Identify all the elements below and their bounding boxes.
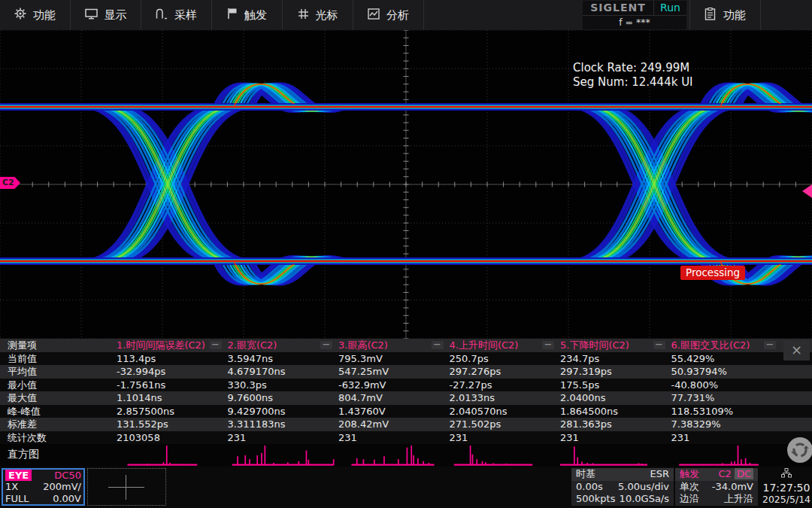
trigger-title: 触发 xyxy=(680,468,699,481)
measurement-value: 3.311183ns xyxy=(228,418,286,431)
measurement-value-cell: 208.42mV xyxy=(338,418,450,431)
remove-measurement-button[interactable]: − xyxy=(210,341,222,349)
measurement-value-cell: 297.319ps xyxy=(560,365,671,379)
remove-measurement-button[interactable]: − xyxy=(764,341,776,349)
measurement-value-cell: 2.0400ns xyxy=(560,391,671,405)
channel-descriptor-eye[interactable]: EYE DC50 1X 200mV/ FULL 0.00V xyxy=(2,468,85,506)
clock-recovery-readout: Clock Rate: 249.99M Seg Num: 12.444k UI xyxy=(573,61,693,89)
acquire-icon xyxy=(156,8,168,23)
measurement-value: 330.3ps xyxy=(228,379,267,392)
close-measurements-button[interactable]: × xyxy=(783,340,810,360)
measurement-value-cell: 175.5ps xyxy=(560,379,671,392)
measurement-value: 77.731% xyxy=(671,391,715,405)
measurement-row-label: 标准差 xyxy=(0,418,117,431)
measurement-value-cell: 234.7ps xyxy=(560,352,671,366)
measurement-value: 7.38329% xyxy=(671,418,721,431)
trigger-flag-icon xyxy=(227,8,238,23)
measurement-value-cell: 50.93794% xyxy=(671,365,783,379)
measurement-value: -40.800% xyxy=(671,379,719,392)
menu-item-2[interactable]: 显示 xyxy=(71,0,141,30)
clipboard-icon xyxy=(704,8,716,23)
measurement-row: 最大值1.1014ns9.7600ns804.7mV2.0133ns2.0400… xyxy=(0,391,812,405)
measurement-value-cell: -40.800% xyxy=(671,379,783,392)
trigger-type: 边沿 xyxy=(680,493,699,506)
histogram-label: 直方图 xyxy=(8,448,39,461)
timebase-panel[interactable]: 时基 ESR 0.00s 5.00us/div 500kpts 10.0GSa/… xyxy=(571,468,674,506)
measurement-column-header[interactable]: 4.上升时间(C2)− xyxy=(450,339,561,352)
clock-panel: 17:27:50 2025/5/14 xyxy=(761,467,812,508)
cursor-icon xyxy=(298,8,309,23)
remove-measurement-button[interactable]: − xyxy=(542,341,554,349)
measurement-histogram xyxy=(450,444,559,467)
measurement-value-cell: 281.363ps xyxy=(560,418,671,431)
channel-probe: 1X xyxy=(5,481,18,492)
measurement-value: 175.5ps xyxy=(560,379,599,392)
waveform-display: Clock Rate: 249.99M Seg Num: 12.444k UI … xyxy=(0,30,812,339)
measurement-column-header[interactable]: 2.眼宽(C2)− xyxy=(228,339,339,352)
measurement-value-cell: 231 xyxy=(338,431,450,445)
measurement-value-cell: 804.7mV xyxy=(338,391,450,405)
measurement-column-header[interactable]: 6.眼图交叉比(C2)− xyxy=(671,339,783,352)
trigger-panel[interactable]: 触发 C2DC 单次 -34.0mV 边沿 上升沿 xyxy=(675,468,758,506)
trigger-level-marker[interactable] xyxy=(802,184,812,198)
analysis-icon xyxy=(368,8,380,23)
menu-item-3[interactable]: 采样 xyxy=(141,0,212,30)
measurement-value: 2.040570ns xyxy=(450,405,508,418)
trigger-slope: 上升沿 xyxy=(724,493,753,506)
timebase-samplerate: 10.0GSa/s xyxy=(620,493,669,506)
time-display: 17:27:50 xyxy=(761,482,812,494)
measurement-column-header[interactable]: 3.眼高(C2)− xyxy=(338,339,450,352)
menu-item-label: 采样 xyxy=(174,8,197,23)
remove-measurement-button[interactable]: − xyxy=(320,341,332,349)
measurement-value-cell: 3.5947ns xyxy=(228,352,339,366)
trigger-mode: 单次 xyxy=(680,481,699,494)
measurement-value: -632.9mV xyxy=(338,379,386,392)
measurement-value: 281.363ps xyxy=(560,418,612,431)
measurement-value-cell: 547.25mV xyxy=(338,365,450,379)
timebase-points: 500kpts xyxy=(576,493,615,506)
measurement-value-cell: 1.864500ns xyxy=(560,405,671,418)
channel-offset: 0.00V xyxy=(53,493,81,504)
menu-item-6[interactable]: 分析 xyxy=(353,0,424,30)
measurement-header-label: 5.下降时间(C2) xyxy=(560,339,629,352)
timebase-mode: ESR xyxy=(650,468,670,481)
run-state-indicator[interactable]: Run xyxy=(653,1,686,15)
measurement-value: 55.429% xyxy=(671,352,715,366)
statistics-reset-button[interactable] xyxy=(787,437,812,463)
remove-measurement-button[interactable]: − xyxy=(432,341,444,349)
measurement-value: 2.857500ns xyxy=(117,405,174,418)
measurement-value-cell: 2.857500ns xyxy=(117,405,228,418)
measurement-value: 804.7mV xyxy=(338,391,383,405)
measurement-value-cell: 231 xyxy=(228,431,339,445)
measurement-value: 231 xyxy=(560,431,579,445)
measurement-value: 234.7ps xyxy=(560,352,599,366)
add-channel-slot[interactable] xyxy=(87,468,166,506)
measurement-value: 231 xyxy=(338,431,357,445)
measurement-value: 9.429700ns xyxy=(228,405,286,418)
measurement-value-cell: 131.552ps xyxy=(117,418,228,431)
network-icon[interactable] xyxy=(781,468,792,478)
channel-coupling: DC50 xyxy=(54,470,81,481)
measurement-value: 1.43760V xyxy=(338,405,386,418)
remove-measurement-button[interactable]: − xyxy=(653,341,665,349)
siglent-logo: SIGLENT xyxy=(583,1,653,15)
measurement-value-cell: 795.3mV xyxy=(338,352,450,366)
menu-item-1[interactable]: 功能 xyxy=(0,0,71,30)
measurement-column-header[interactable]: 5.下降时间(C2)− xyxy=(560,339,671,352)
refresh-icon xyxy=(790,440,810,460)
measurement-value: 231 xyxy=(671,431,690,445)
measurement-column-header[interactable]: 1.时间间隔误差(C2)− xyxy=(117,339,228,352)
measurement-value-cell: 118.53109% xyxy=(671,405,783,418)
measurement-histogram xyxy=(560,444,669,467)
menu-item-5[interactable]: 光标 xyxy=(283,0,353,30)
menu-item-function-right[interactable]: 功能 xyxy=(689,0,761,30)
trigger-level: -34.0mV xyxy=(712,481,753,494)
measurement-header-label: 6.眼图交叉比(C2) xyxy=(671,339,750,352)
measurement-value: 297.319ps xyxy=(560,365,612,379)
measurement-value-cell: 7.38329% xyxy=(671,418,783,431)
measurement-value-cell: 55.429% xyxy=(671,352,783,366)
menu-item-label: 光标 xyxy=(316,8,338,23)
menu-item-4[interactable]: 触发 xyxy=(212,0,283,30)
date-display: 2025/5/14 xyxy=(761,494,812,505)
measurement-value-cell: 297.276ps xyxy=(450,365,561,379)
